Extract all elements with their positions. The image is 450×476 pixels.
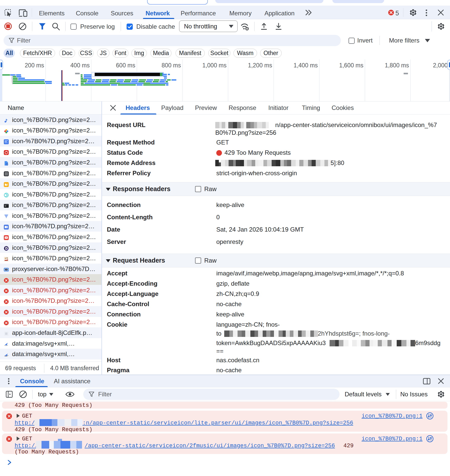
svg-text:1,000 ms: 1,000 ms <box>202 62 227 69</box>
svg-text:1,600 ms: 1,600 ms <box>339 62 363 69</box>
svg-text:200 ms: 200 ms <box>25 62 44 69</box>
svg-text:1,800 ms: 1,800 ms <box>385 62 409 69</box>
svg-text:400 ms: 400 ms <box>70 62 90 69</box>
svg-text:800 ms: 800 ms <box>162 62 181 69</box>
svg-text:1,400 ms: 1,400 ms <box>293 62 318 69</box>
svg-text:600 ms: 600 ms <box>116 62 135 69</box>
svg-text:1,200 ms: 1,200 ms <box>248 62 272 69</box>
svg-text:2,000: 2,000 <box>433 62 448 69</box>
